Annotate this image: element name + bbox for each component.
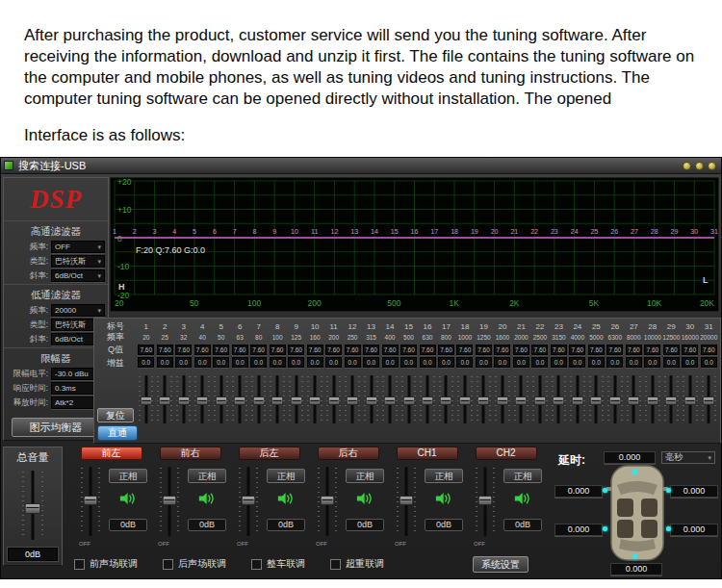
eq-band-gain-slider[interactable] xyxy=(587,373,606,425)
slider-handle[interactable] xyxy=(590,396,603,405)
slider-handle[interactable] xyxy=(234,396,246,405)
param-value-dropdown[interactable]: 6dB/Oct ▾ xyxy=(51,269,105,282)
slider-handle[interactable] xyxy=(347,396,359,405)
eq-band-gain-slider[interactable] xyxy=(550,373,568,425)
channel-level-slider[interactable]: OFF xyxy=(158,465,181,538)
slider-handle[interactable] xyxy=(242,496,256,505)
band-q-value[interactable]: 7.60 xyxy=(494,345,510,355)
param-value-dropdown[interactable]: OFF ▾ xyxy=(51,241,105,253)
minimize-button[interactable] xyxy=(683,162,691,170)
band-q-value[interactable]: 7.60 xyxy=(382,345,399,355)
slider-handle[interactable] xyxy=(478,496,493,505)
band-gain-value[interactable]: 0.0 xyxy=(382,357,399,368)
band-gain-value[interactable]: 0.0 xyxy=(175,357,192,368)
band-q-value[interactable]: 7.60 xyxy=(569,345,585,355)
band-q-value[interactable]: 7.60 xyxy=(438,345,454,355)
slider-handle[interactable] xyxy=(309,396,322,405)
link-tuning-checkbox[interactable]: 整车联调 xyxy=(251,557,305,571)
band-gain-value[interactable]: 0.0 xyxy=(194,357,211,368)
link-tuning-checkbox[interactable]: 超重联调 xyxy=(330,557,384,571)
eq-band-gain-slider[interactable] xyxy=(493,373,511,425)
band-q-value[interactable]: 7.60 xyxy=(420,345,436,355)
slider-handle[interactable] xyxy=(440,396,452,405)
band-q-value[interactable]: 7.60 xyxy=(175,345,192,355)
slider-handle[interactable] xyxy=(422,396,434,405)
band-gain-value[interactable]: 0.0 xyxy=(588,357,605,368)
param-value-dropdown[interactable]: 20000 ▾ xyxy=(51,304,105,317)
eq-band-gain-slider[interactable] xyxy=(475,373,493,425)
eq-band-gain-slider[interactable] xyxy=(643,373,661,425)
channel-db-button[interactable]: 0dB xyxy=(503,519,542,531)
eq-band-gain-slider[interactable] xyxy=(212,373,230,425)
slider-handle[interactable] xyxy=(683,396,696,405)
delay-value-field[interactable]: 0.000 xyxy=(554,485,603,498)
band-q-value[interactable]: 7.60 xyxy=(513,345,529,355)
eq-band-gain-slider[interactable] xyxy=(249,373,268,425)
reset-button[interactable]: 复位 xyxy=(97,408,134,422)
mute-button[interactable] xyxy=(514,492,532,507)
maximize-button[interactable] xyxy=(695,162,704,170)
band-q-value[interactable]: 7.60 xyxy=(551,345,567,355)
band-gain-value[interactable]: 0.0 xyxy=(701,357,717,368)
band-gain-value[interactable]: 0.0 xyxy=(531,357,548,368)
slider-handle[interactable] xyxy=(646,396,658,405)
band-gain-value[interactable]: 0.0 xyxy=(270,357,286,368)
band-q-value[interactable]: 7.60 xyxy=(682,345,698,355)
band-q-value[interactable]: 7.60 xyxy=(138,345,154,355)
band-gain-value[interactable]: 0.0 xyxy=(288,357,304,368)
channel-level-slider[interactable]: OFF xyxy=(316,465,339,538)
band-q-value[interactable]: 7.60 xyxy=(606,345,623,355)
checkbox-icon[interactable] xyxy=(251,559,262,570)
eq-band-gain-slider[interactable] xyxy=(606,373,624,425)
master-volume-slider[interactable] xyxy=(20,469,45,542)
slider-handle[interactable] xyxy=(252,396,265,405)
band-gain-value[interactable]: 0.0 xyxy=(626,357,642,368)
channel-tab-4[interactable]: CH1 xyxy=(397,447,458,460)
band-q-value[interactable]: 7.60 xyxy=(250,345,267,355)
eq-band-gain-slider[interactable] xyxy=(455,373,474,425)
checkbox-icon[interactable] xyxy=(330,559,341,570)
slider-handle[interactable] xyxy=(553,396,565,405)
band-q-value[interactable]: 7.60 xyxy=(325,345,342,355)
channel-level-slider[interactable]: OFF xyxy=(395,465,418,538)
channel-db-button[interactable]: 0dB xyxy=(267,519,305,531)
band-gain-value[interactable]: 0.0 xyxy=(307,357,323,368)
title-bar[interactable]: 搜索连接-USB xyxy=(1,158,721,174)
channel-level-slider[interactable]: OFF xyxy=(474,465,497,538)
phase-button[interactable]: 正相 xyxy=(503,469,542,483)
band-q-value[interactable]: 7.60 xyxy=(663,345,680,355)
eq-band-gain-slider[interactable] xyxy=(230,373,248,425)
band-q-value[interactable]: 7.60 xyxy=(400,345,417,355)
slider-handle[interactable] xyxy=(515,396,528,405)
band-gain-value[interactable]: 0.0 xyxy=(494,357,510,368)
channel-tab-5[interactable]: CH2 xyxy=(476,447,537,460)
band-gain-value[interactable]: 0.0 xyxy=(682,357,698,368)
eq-band-gain-slider[interactable] xyxy=(324,373,343,425)
band-gain-value[interactable]: 0.0 xyxy=(157,357,173,368)
slider-handle[interactable] xyxy=(477,396,490,405)
eq-band-gain-slider[interactable] xyxy=(437,373,455,425)
channel-db-button[interactable]: 0dB xyxy=(109,519,147,531)
slider-handle[interactable] xyxy=(290,396,302,405)
bypass-button[interactable]: 直通 xyxy=(97,425,138,441)
band-gain-value[interactable]: 0.0 xyxy=(232,357,248,368)
link-tuning-checkbox[interactable]: 后声场联调 xyxy=(163,557,226,571)
slider-handle[interactable] xyxy=(163,496,177,505)
eq-band-gain-slider[interactable] xyxy=(400,373,418,425)
band-gain-value[interactable]: 0.0 xyxy=(606,357,623,368)
eq-band-gain-slider[interactable] xyxy=(625,373,643,425)
band-q-value[interactable]: 7.60 xyxy=(232,345,248,355)
slider-handle[interactable] xyxy=(571,396,583,405)
slider-handle[interactable] xyxy=(458,396,471,405)
slider-handle[interactable] xyxy=(400,496,414,505)
band-q-value[interactable]: 7.60 xyxy=(194,345,211,355)
phase-button[interactable]: 正相 xyxy=(425,469,463,483)
slider-handle[interactable] xyxy=(703,396,715,405)
band-q-value[interactable]: 7.60 xyxy=(288,345,304,355)
checkbox-icon[interactable] xyxy=(163,559,173,570)
param-value-dropdown[interactable]: 巴特沃斯 ▾ xyxy=(51,255,105,268)
mute-button[interactable] xyxy=(356,492,374,507)
eq-band-gain-slider[interactable] xyxy=(343,373,361,425)
slider-handle[interactable] xyxy=(628,396,640,405)
eq-graph-canvas[interactable]: +20+100-10-2020501002005001K2K5K10K20K12… xyxy=(110,177,719,312)
